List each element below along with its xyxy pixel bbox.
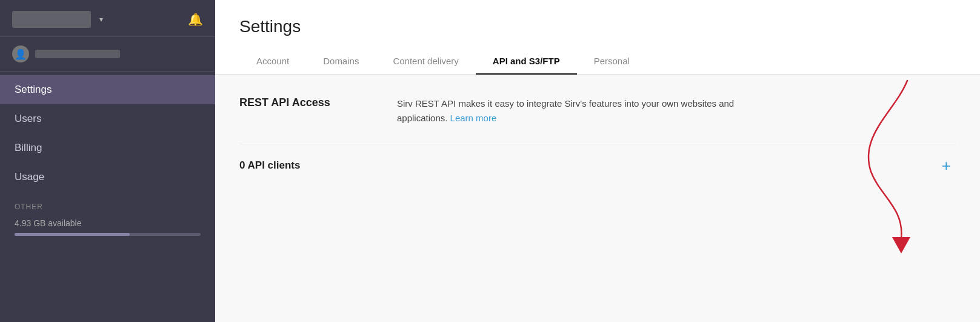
sidebar-header: ▾ 🔔 [0, 0, 215, 37]
rest-api-label: REST API Access [239, 96, 361, 109]
main-header: Settings Account Domains Content deliver… [215, 0, 980, 75]
bell-icon[interactable]: 🔔 [188, 12, 203, 27]
page-title: Settings [239, 17, 956, 36]
api-clients-count: 0 API clients [239, 159, 300, 172]
user-icon: 👤 [15, 49, 27, 60]
user-name-blurred [35, 50, 120, 58]
sidebar-item-usage[interactable]: Usage [0, 163, 215, 192]
sidebar-item-settings[interactable]: Settings [0, 75, 215, 104]
sidebar-brand: ▾ [12, 11, 103, 28]
storage-text: 4.93 GB available [15, 218, 201, 228]
tab-api-s3-ftp[interactable]: API and S3/FTP [476, 50, 577, 75]
svg-marker-0 [892, 237, 910, 253]
learn-more-link[interactable]: Learn more [450, 113, 497, 123]
brand-logo [12, 11, 91, 28]
other-section-label: OTHER [0, 192, 215, 215]
rest-api-desc-text: Sirv REST API makes it easy to integrate… [397, 98, 734, 123]
storage-info: 4.93 GB available [0, 215, 215, 246]
settings-content: REST API Access Sirv REST API makes it e… [215, 75, 980, 322]
sidebar: ▾ 🔔 👤 Settings Users Billing Usage OTHER… [0, 0, 215, 322]
tab-account[interactable]: Account [239, 50, 306, 75]
add-api-client-button[interactable]: + [937, 158, 956, 173]
storage-bar-fill [15, 233, 130, 236]
sidebar-nav: Settings Users Billing Usage OTHER 4.93 … [0, 72, 215, 322]
avatar: 👤 [12, 45, 29, 62]
sidebar-item-users[interactable]: Users [0, 104, 215, 133]
chevron-down-icon: ▾ [99, 15, 103, 24]
sidebar-user: 👤 [0, 37, 215, 72]
sidebar-item-billing[interactable]: Billing [0, 133, 215, 163]
api-clients-row: 0 API clients + [239, 144, 956, 173]
rest-api-section: REST API Access Sirv REST API makes it e… [239, 96, 956, 144]
tab-domains[interactable]: Domains [306, 50, 376, 75]
storage-bar-background [15, 233, 201, 236]
main-content-area: Settings Account Domains Content deliver… [215, 0, 980, 322]
tab-personal[interactable]: Personal [577, 50, 647, 75]
rest-api-description: Sirv REST API makes it easy to integrate… [397, 96, 736, 126]
tabs-bar: Account Domains Content delivery API and… [239, 50, 956, 74]
tab-content-delivery[interactable]: Content delivery [376, 50, 475, 75]
